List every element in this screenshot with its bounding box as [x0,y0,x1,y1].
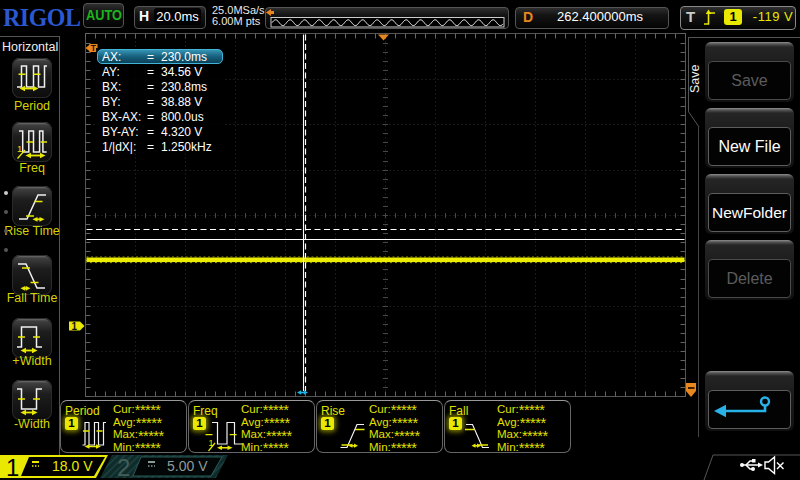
svg-text:1: 1 [6,454,19,480]
svg-text:5.00 V: 5.00 V [167,458,208,474]
svg-text:2: 2 [117,454,130,480]
svg-text:1: 1 [17,143,22,154]
svg-text:18.0 V: 18.0 V [52,458,93,474]
svg-text:1: 1 [72,321,78,332]
svg-text:Save: Save [688,64,702,93]
